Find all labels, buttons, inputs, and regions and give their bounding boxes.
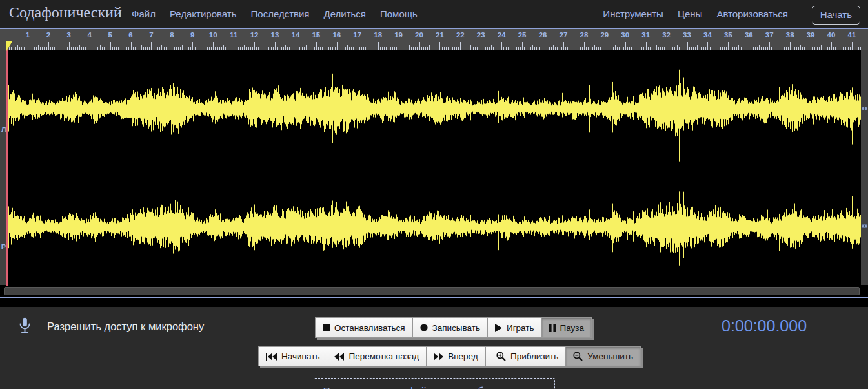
ruler-number: 2 [46,31,50,39]
ruler-number: 5 [108,31,112,39]
ruler-number: 1 [26,31,30,39]
main-menu: Файл Редактировать Последствия Делиться … [132,8,418,19]
play-icon [495,324,502,332]
channel-label-gutter: Л Р [0,50,7,285]
scrollbar-thumb[interactable] [4,287,860,295]
ruler-number: 12 [250,31,259,39]
ruler-number: 3 [67,31,71,39]
ruler-number: 20 [415,31,423,39]
timeline-ruler[interactable]: 1234567891011121314151617181920212223242… [0,29,868,50]
ruler-number: 39 [807,31,815,39]
menu-item-tools[interactable]: Инструменты [603,8,663,19]
ruler-number: 8 [170,31,174,39]
ruler-number: 17 [353,31,361,39]
ruler-number: 18 [374,31,382,39]
ruler-number: 14 [292,31,300,39]
ruler-number: 11 [230,31,237,39]
timecode-display: 0:00:00.000 [722,317,807,335]
ruler-number: 16 [332,31,341,39]
right-channel-volume-slider[interactable] [862,224,867,228]
ruler-number: 38 [786,31,794,39]
playhead-flag[interactable] [6,41,12,51]
fast-forward-button[interactable]: Вперед [426,346,485,366]
go-to-start-button[interactable]: Начинать [258,346,327,366]
menu-item-help[interactable]: Помощь [380,8,418,19]
ruler-number: 26 [539,31,547,39]
microphone-access-label: Разрешить доступ к микрофону [47,321,204,333]
app-root: Содафонический Файл Редактировать Послед… [0,0,868,389]
ruler-number: 32 [662,31,671,39]
ruler-number: 13 [271,31,279,39]
ruler-number: 19 [394,31,403,39]
ruler-number: 34 [703,31,712,39]
horizontal-scrollbar[interactable] [0,286,868,297]
zoom-in-icon [496,352,506,361]
ruler-number: 7 [149,31,153,39]
microphone-access-row[interactable]: Разрешить доступ к микрофону [17,316,204,337]
ruler-number: 4 [87,31,91,39]
play-button[interactable]: Играть [487,317,542,338]
ruler-number: 21 [436,31,444,39]
zoom-controls: Приблизить Уменьшить [489,346,641,366]
channel-slider-gutter [861,50,868,285]
ruler-number: 35 [724,31,732,39]
ruler-number: 37 [765,31,774,39]
ruler-number: 23 [477,31,485,39]
record-icon [420,324,428,331]
app-logo[interactable]: Содафонический [9,4,122,21]
microphone-icon [17,316,33,337]
waveform-right-channel[interactable] [7,167,861,286]
ruler-ticks [7,41,862,50]
ruler-number: 31 [641,31,650,39]
menu-item-login[interactable]: Авторизоваться [716,8,788,19]
ruler-number: 15 [312,31,320,39]
ruler-number: 27 [560,31,568,39]
menu-item-share[interactable]: Делиться [324,8,366,19]
fast-forward-icon [434,353,443,361]
channel-label-right: Р [0,243,7,251]
pause-icon [549,324,556,332]
transport-controls: Останавливаться Записывать Играть Пауза [315,317,592,338]
recorder-panel: Разрешить доступ к микрофону Останавлива… [0,307,868,389]
menu-item-pricing[interactable]: Цены [678,8,703,19]
menu-item-effects[interactable]: Последствия [251,8,310,19]
ruler-number: 30 [621,31,629,39]
ruler-number: 22 [456,31,465,39]
drop-zone-text: Перетащите аудиофайл сюда, чтобы открыть… [323,385,545,389]
ruler-number: 25 [518,31,527,39]
menu-item-edit[interactable]: Редактировать [170,8,237,19]
rewind-button[interactable]: Перемотка назад [327,346,427,366]
ruler-number: 10 [209,31,217,39]
waveform-editor: 1234567891011121314151617181920212223242… [0,28,868,298]
zoom-out-icon [573,352,583,361]
file-drop-zone[interactable]: Перетащите аудиофайл сюда, чтобы открыть… [314,378,555,389]
stop-icon [323,324,330,331]
ruler-number: 36 [745,31,753,39]
ruler-number: 6 [128,31,132,39]
ruler-number: 28 [580,31,588,39]
menubar: Содафонический Файл Редактировать Послед… [0,0,868,28]
start-button[interactable]: Начать [812,6,860,25]
stop-button[interactable]: Останавливаться [315,317,413,338]
ruler-number: 9 [190,31,194,39]
ruler-number: 29 [600,31,609,39]
zoom-out-button[interactable]: Уменьшить [565,346,641,366]
left-channel-volume-slider[interactable] [862,107,867,110]
skip-to-start-icon [266,353,277,361]
zoom-in-button[interactable]: Приблизить [489,346,566,366]
ruler-number: 41 [848,31,856,39]
secondary-menu: Инструменты Цены Авторизоваться [603,8,788,19]
menu-item-file[interactable]: Файл [132,8,156,19]
record-button[interactable]: Записывать [412,317,488,338]
ruler-number: 33 [683,31,691,39]
waveform-left-channel[interactable] [7,50,861,167]
ruler-number: 24 [498,31,506,39]
rewind-icon [334,353,344,361]
ruler-number: 40 [827,31,836,39]
channel-label-left: Л [0,126,7,134]
pause-button[interactable]: Пауза [541,317,592,338]
